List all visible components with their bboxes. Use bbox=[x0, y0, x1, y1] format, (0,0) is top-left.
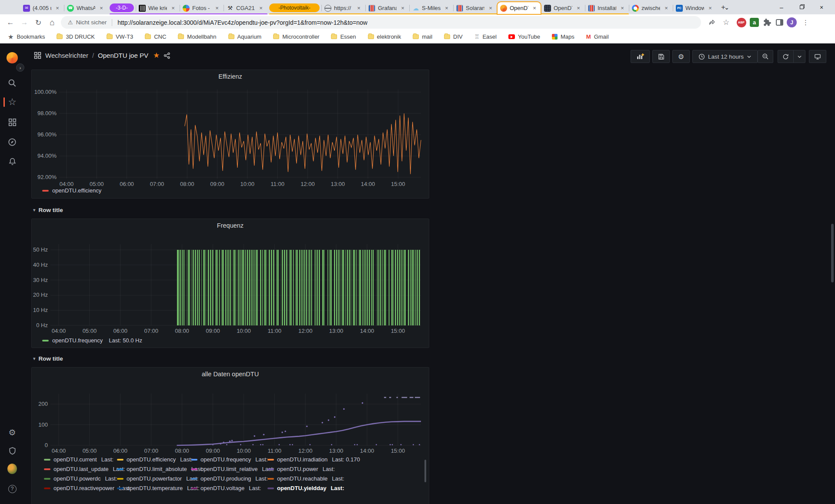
favorite-star-icon[interactable]: ★ bbox=[153, 51, 160, 60]
browser-tab[interactable]: Solaran× bbox=[453, 2, 497, 14]
settings-gear-icon[interactable]: ⚙ bbox=[7, 428, 17, 437]
sidebar-expand-chevron[interactable]: › bbox=[16, 63, 24, 72]
legend-item[interactable]: openDTU.producingLast: bbox=[191, 475, 267, 482]
forward-button[interactable]: → bbox=[18, 17, 30, 29]
server-admin-shield-icon[interactable] bbox=[7, 446, 17, 455]
browser-tab[interactable]: Installat× bbox=[585, 2, 629, 14]
reload-button[interactable]: ↻ bbox=[32, 17, 44, 29]
help-icon[interactable]: ? bbox=[7, 484, 17, 494]
legend-series-name[interactable]: openDTU.efficiency bbox=[52, 187, 101, 194]
legend-item[interactable]: openDTU.frequencyLast: bbox=[191, 456, 267, 463]
search-icon[interactable] bbox=[7, 78, 17, 88]
legend-series-name[interactable]: openDTU.frequency bbox=[52, 337, 103, 344]
tab-close-icon[interactable]: × bbox=[575, 5, 582, 12]
legend-item[interactable]: openDTU.powerfactorLast: bbox=[117, 475, 191, 482]
minimize-button[interactable]: – bbox=[772, 0, 792, 14]
tab-close-icon[interactable]: × bbox=[355, 5, 362, 12]
tab-close-icon[interactable]: × bbox=[214, 5, 220, 12]
browser-tab[interactable]: ✉(4.005 u× bbox=[20, 2, 64, 14]
explore-compass-icon[interactable] bbox=[7, 137, 17, 147]
refresh-button[interactable] bbox=[778, 50, 805, 63]
bookmark-item[interactable]: 3D DRUCK bbox=[57, 33, 94, 40]
legend-item[interactable]: openDTU.reactivepowerLast: bbox=[44, 485, 117, 491]
bookmark-item[interactable]: YouTube bbox=[508, 33, 540, 40]
tab-close-icon[interactable]: × bbox=[54, 5, 61, 12]
tab-close-icon[interactable]: × bbox=[487, 5, 494, 12]
address-bar[interactable]: ⚠ Nicht sicher http://solaranzeige.local… bbox=[61, 16, 701, 29]
tab-close-icon[interactable]: × bbox=[619, 5, 626, 12]
time-range-picker[interactable]: Last 12 hours bbox=[692, 50, 758, 63]
legend-item[interactable]: openDTU.powerdcLast: bbox=[44, 475, 117, 482]
dashboard-settings-button[interactable]: ⚙ bbox=[672, 50, 690, 63]
refresh-interval-chevron[interactable] bbox=[793, 50, 805, 63]
legend-item[interactable]: openDTU.voltageLast: bbox=[191, 485, 267, 491]
dashboards-icon[interactable] bbox=[7, 117, 17, 127]
browser-tab[interactable]: ⚒CGA212× bbox=[224, 2, 267, 14]
page-scrollbar[interactable] bbox=[831, 224, 834, 282]
share-dashboard-icon[interactable] bbox=[164, 52, 170, 59]
tab-close-icon[interactable]: × bbox=[98, 5, 105, 12]
zoom-out-button[interactable] bbox=[758, 50, 773, 63]
legend-scrollbar[interactable] bbox=[424, 460, 426, 482]
close-button[interactable]: × bbox=[812, 0, 832, 14]
breadcrumb-section[interactable]: Wechselrichter bbox=[45, 52, 88, 59]
kiosk-tv-button[interactable] bbox=[809, 50, 826, 63]
bookmark-item[interactable]: Modellbahn bbox=[178, 33, 216, 40]
adblock-extension-icon[interactable]: ABP bbox=[736, 17, 747, 28]
grafana-logo[interactable] bbox=[7, 52, 18, 63]
profile-avatar[interactable]: J bbox=[786, 17, 797, 28]
bookmark-item[interactable]: Microcontroller bbox=[273, 33, 319, 40]
bookmark-item[interactable]: elektronik bbox=[368, 33, 401, 40]
legend-item[interactable]: openDTU.irradiationLast: 0.170 bbox=[267, 456, 427, 463]
home-button[interactable]: ⌂ bbox=[46, 17, 58, 29]
browser-tab[interactable]: PCWindow× bbox=[673, 2, 717, 14]
browser-tab[interactable]: OpenDT× bbox=[497, 2, 541, 14]
bookmark-item[interactable]: DIV bbox=[444, 33, 463, 40]
bookmark-item[interactable]: CNC bbox=[145, 33, 166, 40]
alerting-bell-icon[interactable] bbox=[7, 156, 17, 166]
tab-close-icon[interactable]: × bbox=[663, 5, 670, 12]
bookmark-item[interactable]: ♖Easel bbox=[474, 33, 497, 40]
tab-close-icon[interactable]: × bbox=[707, 5, 714, 12]
breadcrumb-page[interactable]: OpenDTU joe PV bbox=[98, 52, 148, 59]
bookmark-item[interactable]: Aquarium bbox=[228, 33, 262, 40]
bookmark-item[interactable]: MGmail bbox=[586, 33, 609, 40]
user-avatar[interactable] bbox=[7, 464, 17, 474]
save-dashboard-button[interactable] bbox=[652, 50, 670, 63]
starred-dashboards-icon[interactable]: ☆ bbox=[7, 97, 17, 107]
tab-search-chevron[interactable]: ⌄ bbox=[717, 0, 737, 14]
legend-item[interactable]: openDTU.temperatureLast: bbox=[117, 485, 191, 491]
legend-item[interactable]: openDTU.powerLast: bbox=[267, 466, 427, 472]
side-panel-icon[interactable] bbox=[774, 17, 785, 28]
bookmark-star-icon[interactable]: ☆ bbox=[721, 17, 731, 28]
amazon-extension-icon[interactable]: a bbox=[749, 17, 760, 28]
browser-tab[interactable]: Fotos -× bbox=[180, 2, 224, 14]
tab-group-chip[interactable]: -Photovoltaik- bbox=[269, 3, 320, 12]
refresh-icon[interactable] bbox=[778, 53, 793, 60]
browser-tab[interactable]: Wie krie× bbox=[136, 2, 180, 14]
tab-close-icon[interactable]: × bbox=[399, 5, 406, 12]
extensions-puzzle-icon[interactable] bbox=[762, 17, 772, 28]
restore-button[interactable] bbox=[792, 0, 812, 14]
browser-tab[interactable]: ☁S-Miles× bbox=[409, 2, 453, 14]
tab-close-icon[interactable]: × bbox=[170, 5, 177, 12]
browser-tab[interactable]: https://× bbox=[321, 2, 365, 14]
browser-tab[interactable]: Grafana× bbox=[365, 2, 409, 14]
browser-tab[interactable]: OpenDT× bbox=[541, 2, 585, 14]
legend-item[interactable]: openDTU.efficiencyLast: bbox=[117, 456, 191, 463]
browser-tab[interactable]: zwische× bbox=[629, 2, 673, 14]
back-button[interactable]: ← bbox=[4, 17, 17, 29]
legend-item[interactable]: openDTU.reachableLast: bbox=[267, 475, 427, 482]
add-panel-button[interactable] bbox=[631, 50, 650, 63]
tab-group-chip[interactable]: -3-D- bbox=[110, 3, 134, 12]
legend-item[interactable]: openDTU.currentLast: bbox=[44, 456, 117, 463]
bookmark-item[interactable]: Maps bbox=[552, 33, 574, 40]
bookmark-item[interactable]: ★Bookmarks bbox=[8, 33, 45, 41]
menu-kebab-icon[interactable]: ⋮ bbox=[800, 17, 811, 28]
row-title-2[interactable]: ▾ Row title bbox=[33, 354, 63, 363]
legend-item[interactable]: openDTU.yielddayLast: bbox=[267, 485, 427, 491]
legend-item[interactable]: openDTU.last_updateLast: bbox=[44, 466, 117, 472]
share-icon[interactable] bbox=[707, 17, 718, 28]
bookmark-item[interactable]: VW-T3 bbox=[107, 33, 133, 40]
row-title-1[interactable]: ▾ Row title bbox=[33, 205, 63, 215]
